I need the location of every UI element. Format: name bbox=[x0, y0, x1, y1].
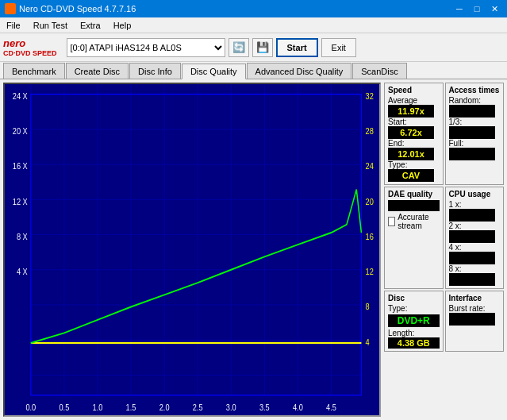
titlebar: Nero CD-DVD Speed 4.7.7.16 ─ □ ✕ bbox=[0, 0, 507, 17]
logo-top: nero bbox=[3, 37, 57, 49]
speed-title: Speed bbox=[388, 86, 440, 94]
svg-text:2.5: 2.5 bbox=[193, 403, 203, 412]
maximize-button[interactable]: □ bbox=[469, 2, 485, 15]
svg-text:12 X: 12 X bbox=[13, 197, 28, 206]
logo-bottom: CD·DVD SPEED bbox=[3, 49, 57, 57]
1x-value bbox=[449, 209, 495, 222]
dae-title: DAE quality bbox=[388, 190, 440, 198]
disc-title: Disc bbox=[388, 294, 440, 302]
interface-section: Interface Burst rate: bbox=[445, 291, 505, 352]
disc-length-label: Length: bbox=[388, 329, 440, 337]
4x-value bbox=[449, 252, 495, 264]
cpu-title: CPU usage bbox=[449, 190, 501, 198]
burst-label: Burst rate: bbox=[449, 304, 501, 313]
svg-text:4 X: 4 X bbox=[17, 267, 28, 276]
end-value: 12.01x bbox=[388, 148, 434, 160]
tab-create-disc[interactable]: Create Disc bbox=[66, 63, 129, 79]
svg-text:4: 4 bbox=[366, 337, 370, 347]
type-value: CAV bbox=[388, 169, 434, 182]
svg-text:20: 20 bbox=[366, 197, 374, 206]
access-title: Access times bbox=[449, 86, 501, 94]
start-value: 6.72x bbox=[388, 126, 434, 139]
titlebar-left: Nero CD-DVD Speed 4.7.7.16 bbox=[5, 3, 136, 14]
refresh-button[interactable]: 🔄 bbox=[229, 38, 249, 57]
dae-section: DAE quality Accurate stream bbox=[384, 187, 444, 289]
tab-advanced-disc-quality[interactable]: Advanced Disc Quality bbox=[247, 63, 352, 79]
onethird-label: 1/3: bbox=[449, 118, 501, 126]
svg-text:4.0: 4.0 bbox=[293, 403, 303, 412]
svg-text:8 X: 8 X bbox=[17, 232, 28, 241]
close-button[interactable]: ✕ bbox=[486, 2, 502, 15]
menu-extra[interactable]: Extra bbox=[74, 19, 107, 32]
svg-text:20 X: 20 X bbox=[13, 126, 28, 136]
menu-file[interactable]: File bbox=[0, 19, 27, 32]
random-value bbox=[449, 105, 495, 118]
2x-value bbox=[449, 230, 495, 243]
onethird-value bbox=[449, 126, 495, 139]
main-area: 24 X 20 X 16 X 12 X 8 X 4 X 32 28 24 20 … bbox=[0, 79, 507, 420]
access-section: Access times Random: 1/3: Full: bbox=[445, 83, 505, 185]
accurate-label: Accurate stream bbox=[398, 213, 439, 230]
svg-text:28: 28 bbox=[366, 126, 374, 136]
svg-text:16: 16 bbox=[366, 232, 374, 241]
8x-value bbox=[449, 273, 495, 286]
save-button[interactable]: 💾 bbox=[252, 38, 273, 57]
menu-runtest[interactable]: Run Test bbox=[27, 19, 74, 32]
svg-text:2.0: 2.0 bbox=[159, 403, 170, 412]
tab-disc-info[interactable]: Disc Info bbox=[129, 63, 181, 79]
speed-section: Speed Average 11.97x Start: 6.72x End: 1… bbox=[384, 83, 444, 185]
disc-type-label: Type: bbox=[388, 304, 440, 313]
exit-button[interactable]: Exit bbox=[321, 38, 356, 57]
chart-container: 24 X 20 X 16 X 12 X 8 X 4 X 32 28 24 20 … bbox=[3, 83, 381, 417]
tab-disc-quality[interactable]: Disc Quality bbox=[182, 64, 246, 79]
svg-text:0.5: 0.5 bbox=[59, 403, 69, 412]
svg-text:24: 24 bbox=[366, 162, 374, 171]
4x-label: 4 x: bbox=[449, 243, 501, 252]
titlebar-controls: ─ □ ✕ bbox=[451, 2, 502, 15]
burst-value bbox=[449, 313, 495, 326]
end-label: End: bbox=[388, 139, 440, 148]
svg-text:16 X: 16 X bbox=[13, 162, 28, 171]
toolbar: nero CD·DVD SPEED [0:0] ATAPI iHAS124 B … bbox=[0, 33, 507, 62]
accurate-checkbox[interactable] bbox=[388, 217, 395, 226]
accurate-row: Accurate stream bbox=[388, 213, 440, 230]
svg-rect-0 bbox=[5, 84, 379, 415]
tab-scandisc[interactable]: ScanDisc bbox=[352, 63, 406, 79]
app-title: Nero CD-DVD Speed 4.7.7.16 bbox=[19, 4, 136, 13]
svg-text:1.0: 1.0 bbox=[93, 403, 103, 412]
start-label: Start: bbox=[388, 118, 440, 126]
disc-length-value: 4.38 GB bbox=[388, 337, 440, 349]
full-value bbox=[449, 148, 495, 160]
interface-title: Interface bbox=[449, 294, 501, 302]
type-label: Type: bbox=[388, 160, 440, 169]
svg-text:1.5: 1.5 bbox=[126, 403, 136, 412]
svg-text:32: 32 bbox=[366, 91, 374, 101]
average-label: Average bbox=[388, 96, 440, 105]
2x-label: 2 x: bbox=[449, 222, 501, 230]
svg-text:24 X: 24 X bbox=[13, 91, 28, 101]
svg-text:0.0: 0.0 bbox=[25, 403, 36, 412]
minimize-button[interactable]: ─ bbox=[451, 2, 467, 15]
full-label: Full: bbox=[449, 139, 501, 148]
svg-text:12: 12 bbox=[366, 267, 374, 276]
logo: nero CD·DVD SPEED bbox=[3, 37, 57, 57]
disc-section: Disc Type: DVD+R Length: 4.38 GB bbox=[384, 291, 444, 352]
app-icon bbox=[5, 3, 16, 14]
cpu-section: CPU usage 1 x: 2 x: 4 x: 8 x: bbox=[445, 187, 505, 289]
dae-bar bbox=[388, 200, 440, 211]
menu-help[interactable]: Help bbox=[107, 19, 138, 32]
average-value: 11.97x bbox=[388, 105, 434, 118]
8x-label: 8 x: bbox=[449, 264, 501, 273]
svg-text:3.5: 3.5 bbox=[259, 403, 270, 412]
disc-type-value: DVD+R bbox=[388, 314, 440, 327]
random-label: Random: bbox=[449, 96, 501, 105]
1x-label: 1 x: bbox=[449, 200, 501, 209]
right-panel: Speed Average 11.97x Start: 6.72x End: 1… bbox=[384, 79, 507, 420]
tab-benchmark[interactable]: Benchmark bbox=[3, 63, 65, 79]
svg-text:3.0: 3.0 bbox=[226, 403, 236, 412]
svg-text:4.5: 4.5 bbox=[326, 403, 336, 412]
start-button[interactable]: Start bbox=[276, 38, 318, 57]
svg-text:8: 8 bbox=[366, 302, 370, 311]
drive-select[interactable]: [0:0] ATAPI iHAS124 B AL0S bbox=[67, 38, 225, 57]
menubar: File Run Test Extra Help bbox=[0, 17, 507, 33]
